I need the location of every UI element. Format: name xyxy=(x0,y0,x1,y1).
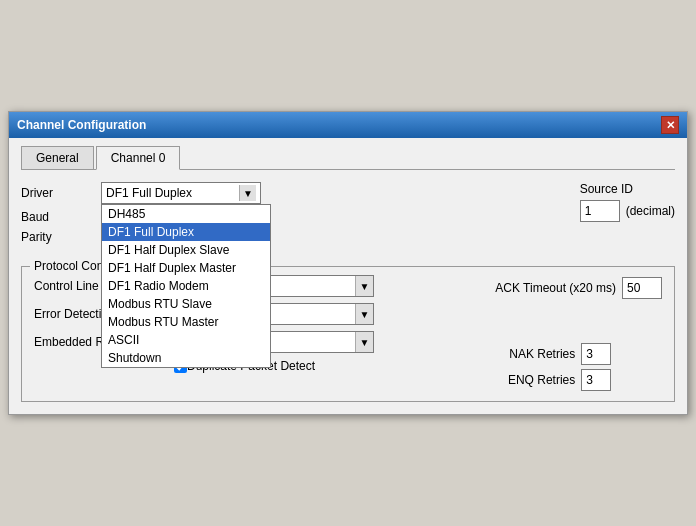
driver-option-df1halfmaster[interactable]: DF1 Half Duplex Master xyxy=(102,259,270,277)
nak-label: NAK Retries xyxy=(495,347,575,361)
driver-dropdown-list: DH485 DF1 Full Duplex DF1 Half Duplex Sl… xyxy=(101,204,271,368)
enq-row: ENQ Retries xyxy=(495,369,662,391)
enq-input[interactable] xyxy=(581,369,611,391)
channel-config-window: Channel Configuration ✕ General Channel … xyxy=(8,111,688,415)
driver-row: Driver DF1 Full Duplex ▼ DH485 DF1 Full … xyxy=(21,182,530,204)
driver-input-box[interactable]: DF1 Full Duplex ▼ xyxy=(101,182,261,204)
ack-row: ACK Timeout (x20 ms) xyxy=(495,277,662,299)
parity-row: Parity xyxy=(21,230,530,244)
top-form: Driver DF1 Full Duplex ▼ DH485 DF1 Full … xyxy=(21,182,675,250)
driver-arrow[interactable]: ▼ xyxy=(239,185,256,201)
ack-label: ACK Timeout (x20 ms) xyxy=(495,281,616,295)
enq-label: ENQ Retries xyxy=(495,373,575,387)
driver-option-df1full[interactable]: DF1 Full Duplex xyxy=(102,223,270,241)
window-content: General Channel 0 Driver DF1 Full Duplex… xyxy=(9,138,687,414)
tab-bar: General Channel 0 xyxy=(21,146,675,170)
nak-row: NAK Retries xyxy=(495,343,662,365)
baud-label: Baud xyxy=(21,210,101,224)
parity-label: Parity xyxy=(21,230,101,244)
source-id-label: Source ID xyxy=(580,182,633,196)
close-button[interactable]: ✕ xyxy=(661,116,679,134)
driver-option-modbusslave[interactable]: Modbus RTU Slave xyxy=(102,295,270,313)
driver-label: Driver xyxy=(21,186,101,200)
driver-dropdown[interactable]: DF1 Full Duplex ▼ DH485 DF1 Full Duplex … xyxy=(101,182,261,204)
driver-option-shutdown[interactable]: Shutdown xyxy=(102,349,270,367)
baud-row: Baud xyxy=(21,210,530,224)
tab-general[interactable]: General xyxy=(21,146,94,169)
source-id-input[interactable] xyxy=(580,200,620,222)
driver-option-df1radio[interactable]: DF1 Radio Modem xyxy=(102,277,270,295)
driver-option-modbusmaster[interactable]: Modbus RTU Master xyxy=(102,313,270,331)
ack-input[interactable] xyxy=(622,277,662,299)
driver-value: DF1 Full Duplex xyxy=(106,186,192,200)
driver-option-df1halfslave[interactable]: DF1 Half Duplex Slave xyxy=(102,241,270,259)
protocol-right: ACK Timeout (x20 ms) NAK Retries ENQ Ret… xyxy=(495,275,662,391)
source-id-section: Source ID (decimal) xyxy=(580,182,675,222)
title-bar: Channel Configuration ✕ xyxy=(9,112,687,138)
nak-enq-section: NAK Retries ENQ Retries xyxy=(495,343,662,391)
source-id-hint: (decimal) xyxy=(626,204,675,218)
tab-channel0[interactable]: Channel 0 xyxy=(96,146,181,170)
nak-input[interactable] xyxy=(581,343,611,365)
window-title: Channel Configuration xyxy=(17,118,146,132)
driver-option-dh485[interactable]: DH485 xyxy=(102,205,270,223)
left-form: Driver DF1 Full Duplex ▼ DH485 DF1 Full … xyxy=(21,182,530,250)
source-id-row: (decimal) xyxy=(580,200,675,222)
driver-option-ascii[interactable]: ASCII xyxy=(102,331,270,349)
